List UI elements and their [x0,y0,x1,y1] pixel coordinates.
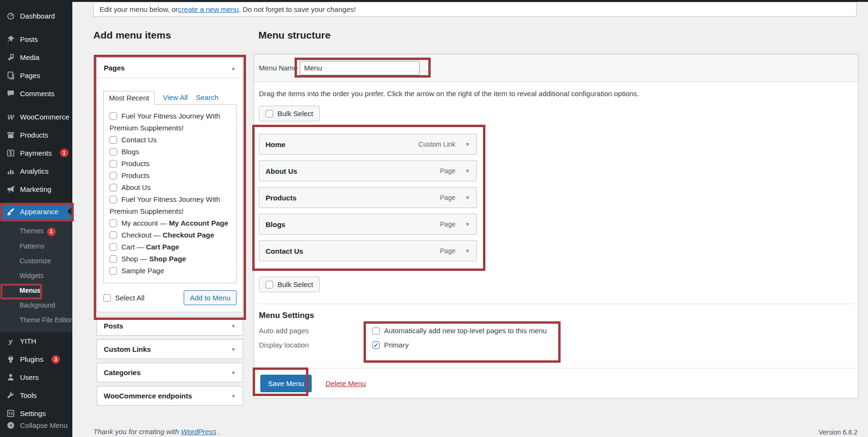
save-menu-footer: Save Menu Delete Menu [254,368,858,398]
sidebar-item-comments[interactable]: Comments [0,84,72,102]
sidebar-item-products[interactable]: Products [0,126,72,144]
page-option[interactable]: Cart — Cart Page [109,243,179,251]
checkbox[interactable] [266,110,273,118]
sidebar-item-widgets[interactable]: Widgets [0,268,72,283]
chevron-up-icon[interactable]: ▲ [231,65,236,71]
checkbox[interactable] [372,327,380,335]
checkbox[interactable] [109,184,117,191]
chevron-down-icon[interactable]: ▼ [231,370,236,376]
delete-menu-link[interactable]: Delete Menu [326,379,366,387]
plugins-badge: 3 [51,355,60,364]
checkbox[interactable] [109,136,117,144]
accordion-posts[interactable]: Posts ▼ [97,316,243,336]
themes-badge: 1 [47,228,56,236]
add-menu-items-column: Pages ▲ Most Recent View All Search Fuel… [97,58,243,406]
chevron-down-icon[interactable]: ▼ [465,248,470,254]
checkbox[interactable] [109,255,117,263]
primary-location-option[interactable]: ✓ Primary [372,341,409,349]
bulk-select-toggle-top[interactable]: Bulk Select [259,106,320,121]
sidebar-item-tools[interactable]: Tools [0,387,72,405]
sidebar-item-marketing[interactable]: Marketing [0,180,72,198]
sidebar-item-pages[interactable]: Pages [0,66,72,84]
accordion-custom-links[interactable]: Custom Links ▼ [97,339,243,359]
menu-item-blogs[interactable]: Blogs Page▼ [259,214,477,235]
menu-name-input[interactable] [300,61,420,75]
sidebar-item-themes[interactable]: Themes1 [0,224,72,239]
checkbox[interactable] [109,172,117,179]
sidebar-label: Appearance [20,208,59,216]
sidebar-item-media[interactable]: Media [0,48,72,66]
save-menu-button[interactable]: Save Menu [260,375,312,392]
pages-metabox: Pages ▲ Most Recent View All Search Fuel… [97,58,243,312]
sidebar-item-customize[interactable]: Customize [0,254,72,268]
page-option[interactable]: Sample Page [109,267,164,275]
sidebar-item-collapse-menu[interactable]: Collapse Menu [0,416,72,434]
checkbox[interactable] [266,281,273,288]
auto-add-pages-option[interactable]: Automatically add new top-level pages to… [372,327,547,335]
bulk-select-toggle-bottom[interactable]: Bulk Select [259,277,320,292]
sidebar-item-appearance[interactable]: Appearance [0,203,72,219]
chevron-down-icon[interactable]: ▼ [231,347,236,352]
checkbox[interactable] [109,160,117,168]
chevron-down-icon[interactable]: ▼ [465,221,470,227]
chevron-down-icon[interactable]: ▼ [465,141,470,147]
sidebar-label: Products [20,131,48,139]
sidebar-separator [0,25,72,30]
page-list-item: Fuel Your Fitness Journey With Premium S… [109,193,230,217]
checkbox[interactable] [109,231,117,239]
chevron-down-icon[interactable]: ▼ [231,323,236,329]
checkbox[interactable] [109,112,117,120]
collapse-icon [6,421,15,430]
page-option[interactable]: Blogs [109,148,139,156]
page-option[interactable]: My account — My Account Page [109,219,228,227]
page-option[interactable]: Products [109,159,149,168]
menu-item-products[interactable]: Products Page▼ [259,187,477,208]
sidebar-item-patterns[interactable]: Patterns [0,239,72,254]
sidebar-item-posts[interactable]: Posts [0,30,72,48]
page-list-item: Checkout — Checkout Page [109,229,230,241]
chevron-down-icon[interactable]: ▼ [465,168,470,174]
checkbox[interactable] [109,243,117,251]
sidebar-item-background[interactable]: Background [0,298,72,313]
sidebar-item-theme-file-editor[interactable]: Theme File Editor [0,313,72,328]
sidebar-item-plugins[interactable]: Plugins 3 [0,350,72,368]
menu-name-header: Menu Name [254,54,858,82]
chevron-down-icon[interactable]: ▼ [465,195,470,200]
page-option[interactable]: Products [109,171,149,179]
checkbox[interactable] [109,267,117,275]
page-option[interactable]: Contact Us [109,136,157,144]
create-new-menu-link[interactable]: create a new menu [178,5,239,13]
page-option[interactable]: About Us [109,183,151,191]
add-menu-items-heading: Add menu items [93,30,171,41]
page-option[interactable]: Checkout — Checkout Page [109,231,214,239]
checkbox-checked[interactable]: ✓ [372,341,380,349]
tab-most-recent[interactable]: Most Recent [103,91,155,105]
page-option[interactable]: Shop — Shop Page [109,255,186,263]
menu-item-home[interactable]: Home Custom Link▼ [259,134,477,155]
chevron-down-icon[interactable]: ▼ [231,393,236,399]
checkbox[interactable] [109,148,117,156]
sidebar-item-woocommerce[interactable]: W WooCommerce [0,108,72,126]
checkmark-icon: ✓ [374,342,379,349]
tab-search[interactable]: Search [196,91,218,105]
sidebar-item-yith[interactable]: y YITH [0,332,72,350]
checkbox[interactable] [109,219,117,227]
checkbox[interactable] [103,294,111,302]
tab-view-all[interactable]: View All [163,91,187,105]
page-option[interactable]: Fuel Your Fitness Journey With Premium S… [109,112,220,132]
wordpress-link[interactable]: WordPress [181,427,216,436]
pages-metabox-header[interactable]: Pages ▲ [97,58,243,78]
accordion-categories[interactable]: Categories ▼ [97,363,243,382]
select-all-option[interactable]: Select All [103,294,145,302]
sidebar-item-payments[interactable]: $ Payments 1 [0,144,72,162]
menu-item-contact-us[interactable]: Contact Us Page▼ [259,240,477,261]
sidebar-item-analytics[interactable]: Analytics [0,162,72,180]
sidebar-item-menus[interactable]: Menus [0,283,72,298]
sidebar-item-users[interactable]: Users [0,368,72,387]
add-to-menu-button[interactable]: Add to Menu [184,290,237,305]
sidebar-item-dashboard[interactable]: Dashboard [0,7,72,25]
checkbox[interactable] [109,196,117,203]
menu-item-about-us[interactable]: About Us Page▼ [259,160,477,181]
accordion-woocommerce-endpoints[interactable]: WooCommerce endpoints ▼ [97,386,243,406]
page-option[interactable]: Fuel Your Fitness Journey With Premium S… [109,195,220,215]
